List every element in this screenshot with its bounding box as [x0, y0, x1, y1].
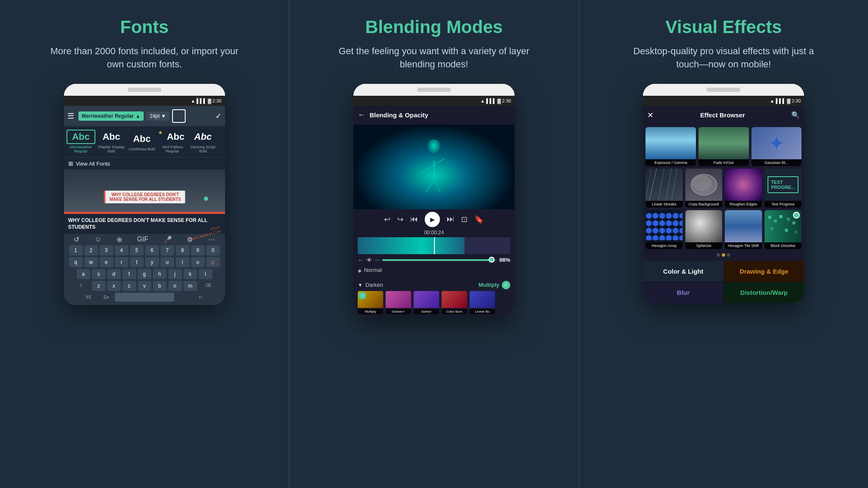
mic-icon[interactable]: 🎤	[164, 236, 172, 244]
category-color-light[interactable]: Color & Light	[643, 261, 723, 282]
key-d[interactable]: d	[107, 269, 121, 279]
key-e[interactable]: e	[100, 257, 113, 267]
key-b[interactable]: b	[153, 281, 167, 291]
effect-copy-bg[interactable]: Copy Background	[685, 169, 723, 208]
key-n[interactable]: n	[168, 281, 182, 291]
effect-block-dissolve[interactable]: Block Dissolve	[765, 210, 802, 249]
key-a[interactable]: a	[77, 269, 90, 279]
effect-roughen[interactable]: Roughen Edges	[725, 169, 762, 208]
font-sample-playfair[interactable]: Abc Playfair Display Bold	[97, 130, 126, 154]
back-arrow-small[interactable]: ←	[358, 257, 364, 263]
blend-thumb-colorburn[interactable]: Color Burn	[442, 291, 467, 314]
skip-end-btn[interactable]: ⏭	[447, 215, 454, 224]
effect-fade[interactable]: Fade In/Out	[698, 127, 749, 166]
key-v[interactable]: v	[138, 281, 151, 291]
key-f[interactable]: f	[122, 269, 136, 279]
effect-exposure[interactable]: Exposure / Gamma	[645, 127, 696, 166]
confirm-icon[interactable]: ✓	[215, 111, 222, 121]
effect-browser-title: Effect Browser	[658, 111, 787, 119]
key-o[interactable]: o	[191, 257, 205, 267]
key-period[interactable]: .	[176, 293, 189, 302]
key-k[interactable]: k	[184, 269, 197, 279]
key-c[interactable]: c	[122, 281, 136, 291]
timeline-bar[interactable]	[358, 237, 510, 254]
gif-icon[interactable]: GIF	[137, 236, 148, 244]
font-size-badge[interactable]: 24pt ▼	[146, 111, 169, 121]
key-symbols[interactable]: !#1	[79, 293, 98, 302]
key-z[interactable]: z	[92, 281, 106, 291]
emoji-rotate-icon[interactable]: ↺	[74, 236, 79, 244]
key-8[interactable]: 8	[176, 245, 189, 255]
key-y[interactable]: y	[145, 257, 159, 267]
effect-hex-tile[interactable]: Hexagon Tile Shift	[725, 210, 762, 249]
dot-1[interactable]	[717, 253, 720, 257]
hexagon-name: Hexagon Array	[645, 242, 683, 249]
dot-3[interactable]	[727, 253, 730, 257]
key-i[interactable]: i	[176, 257, 189, 267]
back-arrow-icon[interactable]: ←	[358, 111, 365, 119]
search-icon[interactable]: 🔍	[791, 111, 800, 119]
font-sample-comfortaa[interactable]: Abc Comfortaa Bold	[128, 132, 156, 152]
font-name-badge[interactable]: Merriweather Regular ▲	[78, 111, 144, 121]
key-p[interactable]: p	[206, 257, 220, 267]
blend-thumb-darken[interactable]: Darken+	[386, 291, 411, 314]
effect-gaussian[interactable]: ✦ Gaussian Bl...	[751, 127, 802, 166]
blend-thumb-linearburn[interactable]: Linear Bu	[470, 291, 495, 314]
dots-icon[interactable]: ⋯	[208, 236, 215, 244]
key-9[interactable]: 9	[191, 245, 205, 255]
key-enter[interactable]: ↵	[191, 293, 210, 302]
key-7[interactable]: 7	[161, 245, 174, 255]
skip-start-btn[interactable]: ⏮	[410, 215, 418, 224]
key-3[interactable]: 3	[100, 245, 113, 255]
play-button[interactable]: ▶	[425, 212, 440, 227]
category-drawing[interactable]: Drawing & Edge	[724, 261, 804, 282]
font-sample-abril[interactable]: ★ Abc Abril Fatface Regular	[158, 130, 187, 154]
font-sample-merriweather[interactable]: Abc Merriweather Regular	[67, 130, 95, 154]
view-all-fonts-row[interactable]: ⊞ View All Fonts	[64, 157, 225, 169]
effect-spherize[interactable]: Spherize	[685, 210, 723, 249]
blend-thumb-darker[interactable]: Darker	[414, 291, 439, 314]
key-j[interactable]: j	[168, 269, 182, 279]
font-sample-dancing[interactable]: Abc Dancing Script Bold	[189, 130, 217, 154]
sticker-icon[interactable]: ⊕	[117, 236, 122, 244]
collapse-icon[interactable]: ▼	[358, 282, 363, 288]
effect-hexagon[interactable]: Hexagon Array	[645, 210, 683, 249]
key-r[interactable]: r	[115, 257, 128, 267]
dot-2[interactable]	[722, 253, 725, 257]
category-blur[interactable]: Blur	[643, 282, 723, 303]
eye-icon[interactable]: 👁	[366, 257, 372, 263]
opacity-slider[interactable]	[382, 259, 497, 261]
key-shift[interactable]: ⇧	[72, 281, 90, 291]
key-l[interactable]: l	[199, 269, 212, 279]
key-lang[interactable]: En	[100, 293, 113, 302]
key-2[interactable]: 2	[84, 245, 98, 255]
key-u[interactable]: u	[161, 257, 174, 267]
bookmark-btn[interactable]: 🔖	[474, 215, 484, 224]
emoji-icon[interactable]: ☺	[95, 236, 101, 244]
key-w[interactable]: w	[84, 257, 98, 267]
key-backspace[interactable]: ⌫	[199, 281, 217, 291]
key-t[interactable]: t	[130, 257, 144, 267]
undo-btn[interactable]: ↩	[384, 215, 390, 224]
close-icon[interactable]: ✕	[647, 111, 654, 120]
redo-btn[interactable]: ↪	[397, 215, 403, 224]
key-1[interactable]: 1	[69, 245, 83, 255]
effect-text-progress[interactable]: TEXTPROGRE... Text Progress	[765, 169, 802, 208]
key-h[interactable]: h	[153, 269, 167, 279]
key-space[interactable]	[115, 293, 174, 302]
key-g[interactable]: g	[138, 269, 151, 279]
crop-btn[interactable]: ⊡	[461, 215, 467, 224]
text-style-button[interactable]	[172, 109, 186, 123]
effect-linear-streaks[interactable]: Linear Streaks	[645, 169, 683, 208]
blend-thumb-multiply[interactable]: Multiply	[358, 291, 383, 314]
category-distortion[interactable]: Distortion/Warp	[724, 282, 804, 303]
key-q[interactable]: q	[69, 257, 83, 267]
key-m[interactable]: m	[184, 281, 197, 291]
key-s[interactable]: s	[92, 269, 106, 279]
key-5[interactable]: 5	[130, 245, 144, 255]
key-0[interactable]: 0	[206, 245, 220, 255]
key-6[interactable]: 6	[145, 245, 159, 255]
key-x[interactable]: x	[107, 281, 121, 291]
key-4[interactable]: 4	[115, 245, 128, 255]
menu-icon[interactable]: ☰	[67, 111, 74, 121]
